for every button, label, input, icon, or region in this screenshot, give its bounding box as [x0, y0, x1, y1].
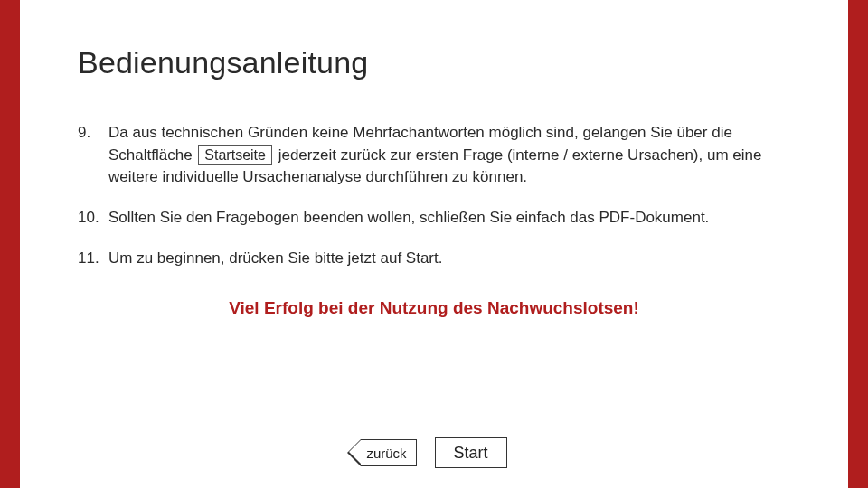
success-message: Viel Erfolg bei der Nutzung des Nachwuch… [78, 298, 790, 318]
arrow-left-icon [347, 439, 361, 466]
slide-page: Bedienungsanleitung 9. Da aus technische… [20, 0, 848, 488]
item-number: 10. [78, 207, 108, 230]
start-button-label: Start [454, 444, 488, 463]
start-button[interactable]: Start [435, 437, 507, 468]
instruction-list: 9. Da aus technischen Gründen keine Mehr… [78, 122, 790, 269]
startseite-inline-button[interactable]: Startseite [198, 145, 272, 166]
page-title: Bedienungsanleitung [78, 45, 790, 80]
list-item: 11. Um zu beginnen, drücken Sie bitte je… [78, 248, 790, 270]
footer-controls: zurück Start [20, 437, 848, 468]
list-item: 9. Da aus technischen Gründen keine Mehr… [78, 122, 790, 189]
item-body: Um zu beginnen, drücken Sie bitte jetzt … [108, 248, 790, 270]
item-body: Da aus technischen Gründen keine Mehrfac… [108, 122, 790, 189]
list-item: 10. Sollten Sie den Fragebogen beenden w… [78, 207, 790, 230]
back-button-label: zurück [366, 446, 406, 461]
back-button[interactable]: zurück [361, 439, 416, 466]
item-number: 11. [78, 248, 108, 270]
item-number: 9. [78, 122, 108, 189]
item-body: Sollten Sie den Fragebogen beenden wolle… [108, 207, 790, 230]
